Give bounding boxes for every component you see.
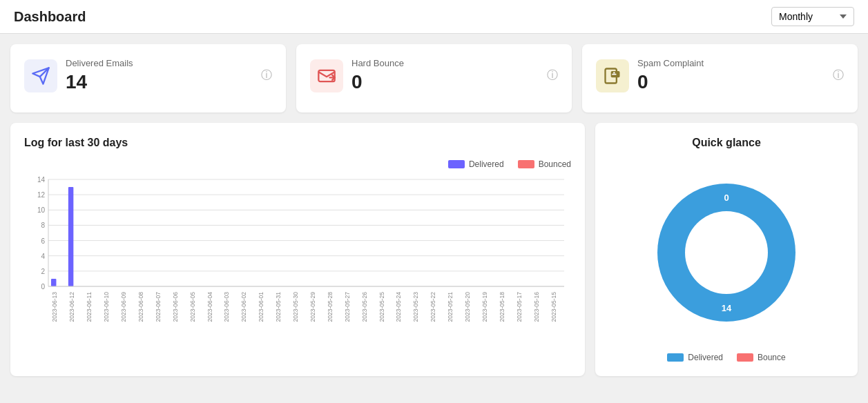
bounce-mail-icon [310,59,343,92]
card-label: Spam Complaint [637,58,704,68]
card-label: Hard Bounce [351,58,404,68]
donut-delivered-swatch [667,353,684,362]
svg-text:2023-05-21: 2023-05-21 [447,292,454,322]
bar-chart-title: Log for last 30 days [24,137,571,149]
legend-delivered: Delivered [448,159,504,169]
card-header: Hard Bounce 0 ⓘ [310,58,558,93]
svg-text:2023-05-31: 2023-05-31 [275,292,282,322]
svg-text:2023-06-01: 2023-06-01 [258,292,264,322]
legend-bounced: Bounced [518,159,571,169]
card-text: Spam Complaint 0 [637,58,704,93]
svg-text:2023-05-23: 2023-05-23 [412,292,419,322]
svg-text:2023-06-08: 2023-06-08 [137,292,144,322]
donut-container: 014 [640,166,813,339]
svg-text:2023-05-30: 2023-05-30 [292,292,299,322]
chart-legend: Delivered Bounced [24,159,571,169]
svg-text:2023-06-13: 2023-06-13 [51,292,58,322]
card-value: 14 [66,71,133,93]
spam-icon [596,59,629,92]
header: Dashboard Monthly Daily Weekly Yearly [0,0,868,34]
donut-legend-delivered: Delivered [667,353,723,362]
card-spam-complaint: Spam Complaint 0 ⓘ [582,44,858,112]
card-value: 0 [637,71,704,93]
donut-delivered-label: Delivered [688,353,723,362]
svg-text:2023-05-29: 2023-05-29 [309,292,316,322]
svg-text:2023-05-26: 2023-05-26 [361,292,368,322]
svg-text:2023-05-27: 2023-05-27 [344,292,351,322]
svg-text:4: 4 [41,253,45,260]
svg-text:14: 14 [37,176,46,184]
donut-legend: Delivered Bounce [667,353,785,362]
card-hard-bounce: Hard Bounce 0 ⓘ [296,44,572,112]
info-icon[interactable]: ⓘ [547,68,558,83]
bar-chart-svg: 024681012142023-06-132023-06-122023-06-1… [24,176,571,355]
main-content: Delivered Emails 14 ⓘ [0,34,868,386]
svg-text:2023-05-25: 2023-05-25 [378,292,385,322]
svg-text:2023-05-22: 2023-05-22 [430,292,436,322]
card-value: 0 [351,71,404,93]
svg-text:2023-06-05: 2023-06-05 [189,292,196,322]
card-header: Spam Complaint 0 ⓘ [596,58,844,93]
svg-text:2023-05-20: 2023-05-20 [464,292,471,322]
card-text: Delivered Emails 14 [66,58,133,93]
card-title-row: Hard Bounce 0 [310,58,404,93]
info-icon[interactable]: ⓘ [833,68,844,83]
card-label: Delivered Emails [66,58,133,68]
svg-text:10: 10 [37,206,46,214]
cards-row: Delivered Emails 14 ⓘ [10,44,858,112]
svg-text:2023-06-03: 2023-06-03 [223,292,230,322]
svg-text:2023-05-15: 2023-05-15 [550,292,557,322]
delivered-color-swatch [448,160,465,168]
card-title-row: Spam Complaint 0 [596,58,704,93]
period-select[interactable]: Monthly Daily Weekly Yearly [771,7,854,26]
svg-point-58 [685,211,768,294]
svg-text:2023-05-17: 2023-05-17 [516,292,523,322]
svg-text:2023-05-28: 2023-05-28 [327,292,334,322]
donut-bounce-swatch [737,353,753,362]
svg-text:2023-06-02: 2023-06-02 [240,292,247,322]
svg-text:2023-06-10: 2023-06-10 [103,292,110,322]
svg-text:2023-05-24: 2023-05-24 [395,292,402,322]
donut-bounce-label: Bounce [758,353,786,362]
svg-text:2023-06-11: 2023-06-11 [86,292,93,322]
svg-text:2023-05-18: 2023-05-18 [499,292,505,322]
donut-legend-bounce: Bounce [737,353,786,362]
svg-text:6: 6 [41,237,45,245]
svg-text:2023-06-07: 2023-06-07 [155,292,162,322]
donut-chart-card: Quick glance 014 Delivered Bounce [595,123,858,376]
bounced-color-swatch [518,160,534,168]
svg-text:12: 12 [37,191,46,199]
info-icon[interactable]: ⓘ [261,68,272,83]
svg-text:0: 0 [724,193,729,203]
svg-text:2023-06-06: 2023-06-06 [172,292,179,322]
svg-text:0: 0 [41,283,45,291]
svg-text:2023-05-16: 2023-05-16 [533,292,540,322]
svg-text:8: 8 [41,222,45,229]
page-title: Dashboard [14,9,86,25]
legend-delivered-label: Delivered [469,159,504,169]
card-delivered-emails: Delivered Emails 14 ⓘ [10,44,286,112]
svg-text:2023-06-09: 2023-06-09 [120,292,127,322]
card-title-row: Delivered Emails 14 [24,58,133,93]
svg-text:2023-06-12: 2023-06-12 [68,292,75,322]
svg-text:2023-06-04: 2023-06-04 [206,292,213,322]
legend-bounced-label: Bounced [539,159,571,169]
bar-chart-container: 024681012142023-06-132023-06-122023-06-1… [24,176,571,355]
svg-point-6 [613,72,615,73]
svg-text:2: 2 [41,268,45,275]
svg-rect-23 [51,279,56,286]
card-header: Delivered Emails 14 ⓘ [24,58,272,93]
donut-svg: 014 [640,166,813,339]
donut-chart-title: Quick glance [692,137,761,149]
card-text: Hard Bounce 0 [351,58,404,93]
bottom-row: Log for last 30 days Delivered Bounced 0… [10,123,858,376]
svg-text:2023-05-19: 2023-05-19 [481,292,488,322]
svg-text:14: 14 [722,303,732,313]
bar-chart-card: Log for last 30 days Delivered Bounced 0… [10,123,585,376]
svg-rect-25 [68,187,73,286]
paper-plane-icon [24,59,57,92]
